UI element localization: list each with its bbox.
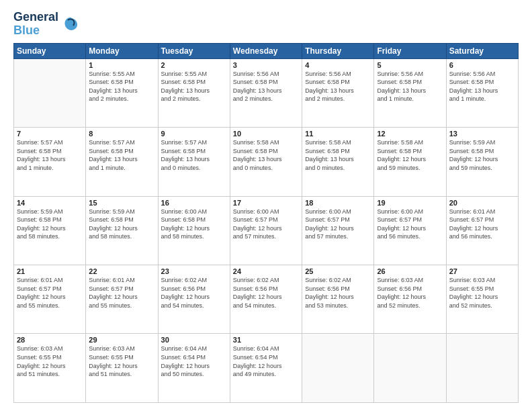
col-header-tuesday: Tuesday bbox=[158, 43, 230, 58]
col-header-monday: Monday bbox=[86, 43, 158, 58]
day-info: Sunrise: 6:04 AM Sunset: 6:54 PM Dayligh… bbox=[161, 345, 227, 378]
day-number: 15 bbox=[89, 199, 154, 207]
header-row: SundayMondayTuesdayWednesdayThursdayFrid… bbox=[14, 43, 519, 58]
day-number: 18 bbox=[305, 199, 371, 207]
day-info: Sunrise: 6:02 AM Sunset: 6:56 PM Dayligh… bbox=[305, 276, 371, 310]
page: GeneralBlue SundayMondayTuesdayWednesday… bbox=[0, 0, 532, 411]
day-number: 8 bbox=[89, 130, 154, 138]
day-cell: 15Sunrise: 5:59 AM Sunset: 6:58 PM Dayli… bbox=[86, 196, 158, 265]
week-row-1: 1Sunrise: 5:55 AM Sunset: 6:58 PM Daylig… bbox=[14, 58, 519, 127]
day-cell: 2Sunrise: 5:55 AM Sunset: 6:58 PM Daylig… bbox=[158, 58, 230, 127]
col-header-saturday: Saturday bbox=[446, 43, 518, 58]
day-cell: 7Sunrise: 5:57 AM Sunset: 6:58 PM Daylig… bbox=[14, 128, 86, 196]
day-cell: 28Sunrise: 6:03 AM Sunset: 6:55 PM Dayli… bbox=[14, 334, 86, 403]
day-number: 27 bbox=[449, 267, 515, 275]
day-cell: 12Sunrise: 5:58 AM Sunset: 6:58 PM Dayli… bbox=[374, 128, 446, 196]
day-cell: 27Sunrise: 6:03 AM Sunset: 6:55 PM Dayli… bbox=[446, 265, 518, 334]
day-number: 4 bbox=[305, 61, 371, 69]
day-number: 9 bbox=[161, 130, 227, 138]
day-info: Sunrise: 6:00 AM Sunset: 6:57 PM Dayligh… bbox=[233, 208, 299, 241]
logo-icon bbox=[61, 15, 80, 34]
day-info: Sunrise: 5:59 AM Sunset: 6:58 PM Dayligh… bbox=[89, 208, 154, 241]
day-number: 24 bbox=[233, 267, 299, 275]
day-info: Sunrise: 5:56 AM Sunset: 6:58 PM Dayligh… bbox=[449, 70, 515, 103]
day-info: Sunrise: 5:57 AM Sunset: 6:58 PM Dayligh… bbox=[161, 138, 227, 172]
day-number: 19 bbox=[377, 199, 443, 207]
day-cell bbox=[446, 334, 518, 403]
day-cell: 18Sunrise: 6:00 AM Sunset: 6:57 PM Dayli… bbox=[302, 196, 374, 265]
day-info: Sunrise: 5:56 AM Sunset: 6:58 PM Dayligh… bbox=[305, 70, 371, 103]
day-number: 3 bbox=[233, 61, 299, 69]
day-info: Sunrise: 6:03 AM Sunset: 6:55 PM Dayligh… bbox=[17, 345, 83, 378]
col-header-wednesday: Wednesday bbox=[230, 43, 302, 58]
week-row-2: 7Sunrise: 5:57 AM Sunset: 6:58 PM Daylig… bbox=[14, 128, 519, 196]
day-info: Sunrise: 6:00 AM Sunset: 6:58 PM Dayligh… bbox=[161, 208, 227, 241]
day-info: Sunrise: 5:57 AM Sunset: 6:58 PM Dayligh… bbox=[17, 138, 83, 172]
day-number: 10 bbox=[233, 130, 299, 138]
day-cell: 13Sunrise: 5:59 AM Sunset: 6:58 PM Dayli… bbox=[446, 128, 518, 196]
day-number: 7 bbox=[17, 130, 83, 138]
day-number: 21 bbox=[17, 267, 83, 275]
day-number: 11 bbox=[305, 130, 371, 138]
day-info: Sunrise: 6:01 AM Sunset: 6:57 PM Dayligh… bbox=[449, 208, 515, 241]
day-number: 25 bbox=[305, 267, 371, 275]
week-row-3: 14Sunrise: 5:59 AM Sunset: 6:58 PM Dayli… bbox=[14, 196, 519, 265]
day-info: Sunrise: 5:55 AM Sunset: 6:58 PM Dayligh… bbox=[161, 70, 227, 103]
day-number: 6 bbox=[449, 61, 515, 69]
col-header-friday: Friday bbox=[374, 43, 446, 58]
day-cell: 21Sunrise: 6:01 AM Sunset: 6:57 PM Dayli… bbox=[14, 265, 86, 334]
day-info: Sunrise: 6:01 AM Sunset: 6:57 PM Dayligh… bbox=[17, 276, 83, 310]
day-cell: 30Sunrise: 6:04 AM Sunset: 6:54 PM Dayli… bbox=[158, 334, 230, 403]
day-info: Sunrise: 6:00 AM Sunset: 6:57 PM Dayligh… bbox=[377, 208, 443, 241]
day-cell: 24Sunrise: 6:02 AM Sunset: 6:56 PM Dayli… bbox=[230, 265, 302, 334]
day-number: 30 bbox=[161, 336, 227, 344]
day-cell: 9Sunrise: 5:57 AM Sunset: 6:58 PM Daylig… bbox=[158, 128, 230, 196]
day-number: 14 bbox=[17, 199, 83, 207]
header: GeneralBlue bbox=[13, 11, 519, 38]
week-row-4: 21Sunrise: 6:01 AM Sunset: 6:57 PM Dayli… bbox=[14, 265, 519, 334]
day-info: Sunrise: 6:00 AM Sunset: 6:57 PM Dayligh… bbox=[305, 208, 371, 241]
day-number: 5 bbox=[377, 61, 443, 69]
day-number: 2 bbox=[161, 61, 227, 69]
day-cell: 23Sunrise: 6:02 AM Sunset: 6:56 PM Dayli… bbox=[158, 265, 230, 334]
day-info: Sunrise: 6:02 AM Sunset: 6:56 PM Dayligh… bbox=[233, 276, 299, 310]
day-info: Sunrise: 5:58 AM Sunset: 6:58 PM Dayligh… bbox=[377, 138, 443, 172]
day-cell: 29Sunrise: 6:03 AM Sunset: 6:55 PM Dayli… bbox=[86, 334, 158, 403]
day-info: Sunrise: 5:56 AM Sunset: 6:58 PM Dayligh… bbox=[377, 70, 443, 103]
logo-text: GeneralBlue bbox=[13, 11, 58, 38]
day-number: 16 bbox=[161, 199, 227, 207]
day-info: Sunrise: 6:04 AM Sunset: 6:54 PM Dayligh… bbox=[233, 345, 299, 378]
day-cell: 1Sunrise: 5:55 AM Sunset: 6:58 PM Daylig… bbox=[86, 58, 158, 127]
day-info: Sunrise: 6:01 AM Sunset: 6:57 PM Dayligh… bbox=[89, 276, 154, 310]
day-info: Sunrise: 5:55 AM Sunset: 6:58 PM Dayligh… bbox=[89, 70, 154, 103]
col-header-thursday: Thursday bbox=[302, 43, 374, 58]
day-cell: 20Sunrise: 6:01 AM Sunset: 6:57 PM Dayli… bbox=[446, 196, 518, 265]
day-number: 31 bbox=[233, 336, 299, 344]
day-cell: 31Sunrise: 6:04 AM Sunset: 6:54 PM Dayli… bbox=[230, 334, 302, 403]
day-number: 13 bbox=[449, 130, 515, 138]
day-info: Sunrise: 6:02 AM Sunset: 6:56 PM Dayligh… bbox=[161, 276, 227, 310]
day-number: 29 bbox=[89, 336, 154, 344]
day-cell: 17Sunrise: 6:00 AM Sunset: 6:57 PM Dayli… bbox=[230, 196, 302, 265]
day-info: Sunrise: 5:59 AM Sunset: 6:58 PM Dayligh… bbox=[449, 138, 515, 172]
day-info: Sunrise: 5:58 AM Sunset: 6:58 PM Dayligh… bbox=[233, 138, 299, 172]
day-cell: 16Sunrise: 6:00 AM Sunset: 6:58 PM Dayli… bbox=[158, 196, 230, 265]
day-number: 28 bbox=[17, 336, 83, 344]
day-number: 1 bbox=[89, 61, 154, 69]
day-cell bbox=[302, 334, 374, 403]
day-number: 17 bbox=[233, 199, 299, 207]
day-cell bbox=[374, 334, 446, 403]
day-cell bbox=[14, 58, 86, 127]
day-number: 20 bbox=[449, 199, 515, 207]
day-cell: 8Sunrise: 5:57 AM Sunset: 6:58 PM Daylig… bbox=[86, 128, 158, 196]
day-number: 12 bbox=[377, 130, 443, 138]
day-info: Sunrise: 6:03 AM Sunset: 6:56 PM Dayligh… bbox=[377, 276, 443, 310]
col-header-sunday: Sunday bbox=[14, 43, 86, 58]
day-info: Sunrise: 6:03 AM Sunset: 6:55 PM Dayligh… bbox=[449, 276, 515, 310]
day-number: 23 bbox=[161, 267, 227, 275]
day-cell: 14Sunrise: 5:59 AM Sunset: 6:58 PM Dayli… bbox=[14, 196, 86, 265]
day-info: Sunrise: 5:57 AM Sunset: 6:58 PM Dayligh… bbox=[89, 138, 154, 172]
day-cell: 25Sunrise: 6:02 AM Sunset: 6:56 PM Dayli… bbox=[302, 265, 374, 334]
day-info: Sunrise: 5:56 AM Sunset: 6:58 PM Dayligh… bbox=[233, 70, 299, 103]
calendar-table: SundayMondayTuesdayWednesdayThursdayFrid… bbox=[13, 43, 519, 403]
